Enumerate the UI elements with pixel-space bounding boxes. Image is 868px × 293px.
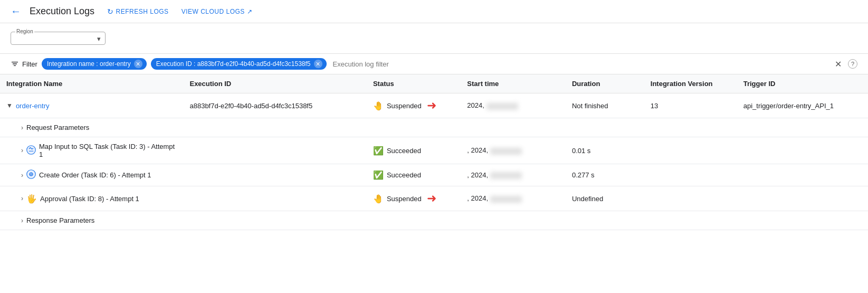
expand-icon[interactable]: ›: [21, 124, 23, 131]
region-section: Region ▾: [0, 23, 868, 53]
filter-actions: ✕ ?: [835, 59, 857, 69]
duration-cell: Undefined: [566, 186, 644, 211]
col-trigger-id: Trigger ID: [737, 74, 868, 93]
start-time-cell: , 2024,: [461, 164, 566, 186]
red-arrow-annotation-2: ➜: [427, 192, 436, 205]
integration-name-cell: › Create Order (Task ID: 6) - Attempt 1: [0, 164, 183, 186]
trigger-id-cell: api_trigger/order-entry_API_1: [737, 93, 868, 118]
page-title: Execution Logs: [30, 6, 94, 17]
red-arrow-annotation: ➜: [427, 99, 436, 112]
refresh-logs-button[interactable]: ↻ REFRESH LOGS: [107, 7, 169, 16]
collapse-icon[interactable]: ▼: [6, 102, 13, 109]
integration-name-cell: › Map Input to SQL Task (Task ID: 3) - A…: [0, 137, 183, 164]
header-actions: ↻ REFRESH LOGS VIEW CLOUD LOGS ↗: [107, 7, 252, 16]
start-time-cell: 2024,: [461, 93, 566, 118]
expand-icon[interactable]: ›: [21, 195, 23, 202]
chevron-down-icon: ▾: [97, 34, 101, 42]
start-time-cell: , 2024,: [461, 186, 566, 211]
chip2-close-button[interactable]: ×: [314, 60, 322, 68]
table-container: Integration Name Execution ID Status Sta…: [0, 74, 868, 230]
succeeded-icon: ✅: [373, 170, 384, 180]
duration-cell: 0.01 s: [566, 137, 644, 164]
table-row: › 🖐️ Approval (Task ID: 8) - Attempt 1 🤚…: [0, 186, 868, 211]
external-link-icon: ↗: [247, 8, 253, 15]
execution-log-table: Integration Name Execution ID Status Sta…: [0, 74, 868, 230]
status-cell: ✅ Succeeded: [367, 164, 461, 186]
help-button[interactable]: ?: [848, 59, 857, 69]
table-row: › Response Parameters: [0, 211, 868, 230]
table-header: Integration Name Execution ID Status Sta…: [0, 74, 868, 93]
table-row: › Request Parameters: [0, 118, 868, 137]
col-start-time: Start time: [461, 74, 566, 93]
integration-name-cell: ▼ order-entry: [0, 93, 183, 118]
col-integration-version: Integration Version: [644, 74, 737, 93]
integration-name-cell: › Request Parameters: [0, 118, 183, 137]
duration-cell: 0.277 s: [566, 164, 644, 186]
table-row: › Map Input to SQL Task (Task ID: 3) - A…: [0, 137, 868, 164]
page-header: ← Execution Logs ↻ REFRESH LOGS VIEW CLO…: [0, 0, 868, 23]
filter-text-input[interactable]: [331, 59, 831, 69]
order-entry-link[interactable]: order-entry: [16, 102, 50, 110]
col-integration-name: Integration Name: [0, 74, 183, 93]
col-execution-id: Execution ID: [183, 74, 366, 93]
filter-icon: [11, 60, 19, 68]
suspended-icon: 🤚: [373, 194, 384, 204]
status-cell: 🤚 Suspended ➜: [367, 186, 461, 211]
back-button[interactable]: ←: [11, 5, 21, 17]
region-label: Region: [15, 29, 34, 34]
create-order-icon: [26, 169, 36, 181]
clear-filter-button[interactable]: ✕: [835, 59, 842, 69]
suspended-icon: 🤚: [373, 101, 384, 111]
execution-id-cell: a883bf7d-e2f0-4b40-ad5d-d4fc3c1538f5: [183, 93, 366, 118]
execution-id-chip[interactable]: Execution ID : a883bf7d-e2f0-4b40-ad5d-d…: [151, 58, 327, 70]
region-select[interactable]: [15, 34, 89, 42]
view-cloud-logs-button[interactable]: VIEW CLOUD LOGS ↗: [182, 8, 253, 15]
refresh-icon: ↻: [107, 7, 114, 16]
succeeded-icon: ✅: [373, 146, 384, 156]
integration-name-chip[interactable]: Integration name : order-entry ×: [42, 58, 147, 70]
integration-name-cell: › Response Parameters: [0, 211, 183, 230]
svg-point-0: [27, 145, 36, 154]
table-row: › Create Order (Task ID: 6) - Attempt 1: [0, 164, 868, 186]
col-duration: Duration: [566, 74, 644, 93]
start-time-cell: , 2024,: [461, 137, 566, 164]
expand-icon[interactable]: ›: [21, 217, 23, 224]
table-row: ▼ order-entry a883bf7d-e2f0-4b40-ad5d-d4…: [0, 93, 868, 118]
approval-icon: 🖐️: [26, 194, 37, 204]
integration-name-cell: › 🖐️ Approval (Task ID: 8) - Attempt 1: [0, 186, 183, 211]
map-task-icon: [26, 145, 36, 156]
filter-bar: Filter Integration name : order-entry × …: [0, 53, 868, 74]
duration-cell: Not finished: [566, 93, 644, 118]
region-select-wrapper: Region ▾: [11, 32, 106, 45]
status-cell: 🤚 Suspended ➜: [367, 93, 461, 118]
filter-label: Filter: [11, 60, 37, 68]
table-body: ▼ order-entry a883bf7d-e2f0-4b40-ad5d-d4…: [0, 93, 868, 230]
expand-icon[interactable]: ›: [21, 172, 23, 179]
status-cell: ✅ Succeeded: [367, 137, 461, 164]
col-status: Status: [367, 74, 461, 93]
expand-icon[interactable]: ›: [21, 147, 23, 154]
chip1-close-button[interactable]: ×: [134, 60, 142, 68]
version-cell: 13: [644, 93, 737, 118]
